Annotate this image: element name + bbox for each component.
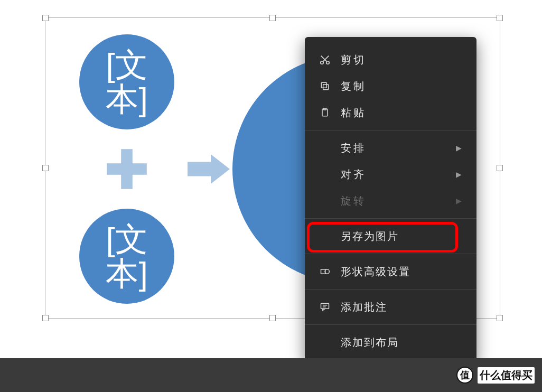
circle-top-text: [文 本]: [106, 48, 147, 116]
watermark-text: 什么值得买: [478, 367, 535, 384]
menu-label: 复制: [341, 79, 462, 94]
paste-icon: [316, 106, 333, 119]
menu-item-add-to-layout[interactable]: 添加到布局: [305, 329, 476, 356]
menu-separator: [305, 254, 476, 254]
menu-item-rotate: 旋转 ▶: [305, 188, 476, 214]
comment-icon: [316, 301, 333, 313]
shape-settings-icon: [316, 265, 333, 278]
menu-label: 粘贴: [341, 106, 462, 120]
menu-label: 安排: [341, 141, 456, 155]
svg-marker-2: [188, 154, 230, 184]
menu-label: 添加批注: [341, 300, 462, 314]
menu-item-copy[interactable]: 复制: [305, 73, 476, 99]
menu-label: 剪切: [341, 53, 462, 67]
menu-label: 形状高级设置: [341, 265, 462, 279]
resize-handle-bottom-left[interactable]: [42, 315, 49, 321]
canvas-area[interactable]: [ [文 本] [文 本]: [0, 0, 542, 392]
chevron-right-icon: ▶: [456, 170, 462, 179]
menu-label: 旋转: [341, 194, 456, 208]
menu-item-paste[interactable]: 粘贴: [305, 99, 476, 126]
svg-point-3: [321, 61, 324, 64]
svg-point-4: [326, 61, 330, 64]
menu-separator: [305, 130, 476, 130]
resize-handle-mid-left[interactable]: [42, 165, 49, 171]
watermark-badge-icon: 值: [456, 367, 473, 384]
svg-rect-13: [321, 303, 329, 309]
menu-separator: [305, 289, 476, 290]
menu-label: 添加到布局: [341, 335, 462, 350]
resize-handle-bottom-right[interactable]: [497, 315, 503, 321]
plus-icon: [103, 145, 151, 193]
smartart-input-circle-1[interactable]: [文 本]: [79, 34, 174, 129]
circle-bottom-text: [文 本]: [106, 222, 147, 291]
scissors-icon: [316, 53, 333, 66]
menu-item-shape-advanced[interactable]: 形状高级设置: [305, 258, 476, 285]
context-menu: 剪切 复制 粘贴 安排 ▶: [305, 37, 476, 363]
svg-rect-7: [323, 85, 329, 90]
arrow-right-icon: [188, 153, 230, 185]
chevron-right-icon: ▶: [456, 197, 462, 205]
menu-item-save-as-picture[interactable]: 另存为图片: [305, 223, 476, 249]
menu-item-cut[interactable]: 剪切: [305, 46, 476, 73]
menu-label: 另存为图片: [341, 229, 462, 244]
resize-handle-top-left[interactable]: [42, 15, 49, 21]
menu-item-align[interactable]: 对齐 ▶: [305, 161, 476, 188]
svg-rect-8: [321, 82, 326, 88]
menu-item-arrange[interactable]: 安排 ▶: [305, 135, 476, 161]
resize-handle-mid-right[interactable]: [497, 165, 503, 171]
menu-separator: [305, 218, 476, 219]
menu-separator: [305, 324, 476, 325]
watermark: 值 什么值得买: [456, 367, 535, 384]
resize-handle-top-mid[interactable]: [269, 15, 276, 21]
chevron-right-icon: ▶: [456, 144, 462, 152]
smartart-input-circle-2[interactable]: [文 本]: [79, 209, 174, 304]
resize-handle-top-right[interactable]: [497, 15, 503, 21]
menu-label: 对齐: [341, 167, 456, 182]
resize-handle-bottom-mid[interactable]: [269, 315, 276, 321]
menu-item-add-comment[interactable]: 添加批注: [305, 294, 476, 320]
svg-rect-1: [107, 163, 147, 175]
copy-icon: [316, 80, 333, 92]
